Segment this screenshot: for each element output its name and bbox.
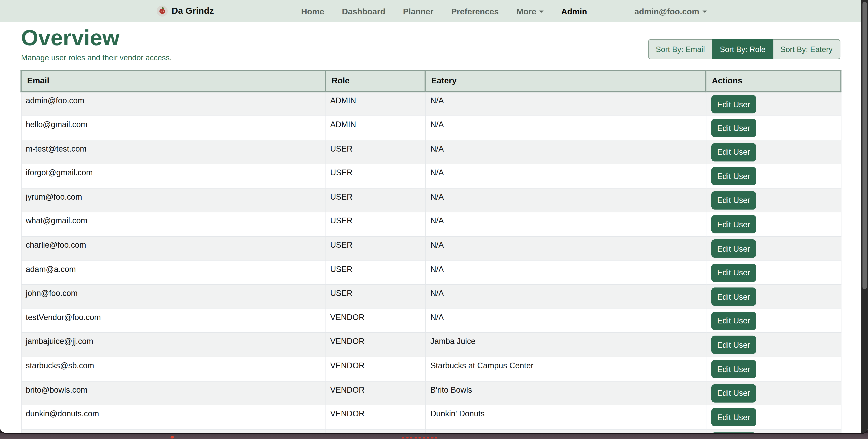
edit-user-button[interactable]: Edit User — [711, 336, 756, 354]
header-eatery: Eatery — [425, 70, 706, 92]
chevron-down-icon — [539, 10, 544, 13]
sort-button-0[interactable]: Sort By: Email — [648, 39, 713, 59]
scrollbar-track[interactable] — [861, 0, 868, 433]
role-cell: ADMIN — [326, 116, 425, 140]
actions-cell: Edit User — [706, 333, 841, 357]
edit-user-button[interactable]: Edit User — [711, 432, 756, 434]
edit-user-button[interactable]: Edit User — [711, 264, 756, 282]
role-cell: USER — [326, 212, 425, 236]
edit-user-button[interactable]: Edit User — [711, 239, 756, 258]
actions-cell: Edit User — [706, 381, 841, 405]
email-cell: jyrum@foo.com — [21, 188, 326, 212]
edit-user-button[interactable]: Edit User — [711, 95, 756, 113]
edit-user-button[interactable]: Edit User — [711, 143, 756, 161]
edit-user-button[interactable]: Edit User — [711, 191, 756, 209]
actions-cell: Edit User — [706, 261, 841, 285]
eatery-cell: N/A — [425, 164, 706, 188]
nav-link-planner[interactable]: Planner — [394, 6, 442, 16]
sort-button-2[interactable]: Sort By: Eatery — [773, 39, 840, 59]
eatery-cell: N/A — [425, 188, 706, 212]
edit-user-button[interactable]: Edit User — [711, 384, 756, 402]
screen: Da Grindz Home Dashboard Planner Prefere… — [0, 0, 868, 439]
actions-cell: Edit User — [706, 140, 841, 164]
email-cell: john@foo.com — [21, 285, 326, 309]
role-cell: VENDOR — [326, 333, 425, 357]
edit-user-button[interactable]: Edit User — [711, 312, 756, 330]
browser-page: Da Grindz Home Dashboard Planner Prefere… — [0, 0, 868, 434]
email-cell: admin@foo.com — [21, 92, 326, 116]
actions-cell: Edit User — [706, 309, 841, 333]
actions-cell: Edit User — [706, 357, 841, 381]
nav-link-preferences[interactable]: Preferences — [442, 6, 507, 16]
page-subtitle: Manage user roles and their vendor acces… — [21, 53, 172, 62]
email-cell: adam@a.com — [21, 261, 326, 285]
table-row: what@gmail.com USER N/A Edit User — [21, 212, 841, 236]
edit-user-button[interactable]: Edit User — [711, 215, 756, 233]
eatery-cell: N/A — [425, 309, 706, 333]
role-cell — [326, 429, 425, 434]
table-row: dunkin@donuts.com VENDOR Dunkin' Donuts … — [21, 405, 841, 429]
users-table: Email Role Eatery Actions admin@foo.com … — [21, 70, 841, 434]
email-cell: brito@bowls.com — [21, 381, 326, 405]
eatery-cell: N/A — [425, 116, 706, 140]
actions-cell: Edit User — [706, 405, 841, 429]
role-cell: USER — [326, 164, 425, 188]
nav-link-dashboard[interactable]: Dashboard — [333, 6, 394, 16]
header-email: Email — [21, 70, 326, 92]
chevron-down-icon — [703, 10, 707, 13]
edit-user-button[interactable]: Edit User — [711, 167, 756, 185]
taskbar-red-dots — [402, 437, 437, 439]
email-cell: testVendor@foo.com — [21, 309, 326, 333]
eatery-cell: N/A — [425, 212, 706, 236]
email-cell: what@gmail.com — [21, 212, 326, 236]
brand[interactable]: Da Grindz — [157, 3, 214, 19]
email-cell: m-test@test.com — [21, 140, 326, 164]
table-row: hello@gmail.com ADMIN N/A Edit User — [21, 116, 841, 140]
table-row: admin@foo.com ADMIN N/A Edit User — [21, 92, 841, 116]
table-row: charlie@foo.com USER N/A Edit User — [21, 236, 841, 261]
role-cell: ADMIN — [326, 92, 425, 116]
nav-link-more[interactable]: More — [507, 6, 552, 16]
email-cell: hello@gmail.com — [21, 116, 326, 140]
taskbar-red-icon — [170, 436, 174, 438]
scrollbar-thumb[interactable] — [862, 2, 867, 289]
table-row: Edit User — [21, 429, 841, 434]
eatery-cell: B'rito Bowls — [425, 381, 706, 405]
page-title: Overview — [21, 27, 120, 48]
navbar: Da Grindz Home Dashboard Planner Prefere… — [0, 0, 868, 22]
actions-cell: Edit User — [706, 212, 841, 236]
actions-cell: Edit User — [706, 429, 841, 434]
sort-button-1[interactable]: Sort By: Role — [712, 39, 773, 59]
eatery-cell: N/A — [425, 236, 706, 261]
edit-user-button[interactable]: Edit User — [711, 288, 756, 306]
table-row: jyrum@foo.com USER N/A Edit User — [21, 188, 841, 212]
nav-link-admin[interactable]: Admin — [553, 6, 596, 16]
sort-button-group: Sort By: Email Sort By: Role Sort By: Ea… — [648, 39, 840, 59]
edit-user-button[interactable]: Edit User — [711, 119, 756, 137]
nav-links: Home Dashboard Planner Preferences More … — [292, 0, 596, 22]
account-dropdown[interactable]: admin@foo.com — [634, 0, 707, 22]
eatery-cell: Starbucks at Campus Center — [425, 357, 706, 381]
role-cell: USER — [326, 236, 425, 261]
actions-cell: Edit User — [706, 116, 841, 140]
email-cell: iforgot@gmail.com — [21, 164, 326, 188]
role-cell: USER — [326, 285, 425, 309]
edit-user-button[interactable]: Edit User — [711, 360, 756, 378]
edit-user-button[interactable]: Edit User — [711, 408, 756, 426]
actions-cell: Edit User — [706, 92, 841, 116]
table-row: starbucks@sb.com VENDOR Starbucks at Cam… — [21, 357, 841, 381]
eatery-cell — [425, 429, 706, 434]
eatery-cell: Jamba Juice — [425, 333, 706, 357]
table-row: testVendor@foo.com VENDOR N/A Edit User — [21, 309, 841, 333]
header-actions: Actions — [706, 70, 841, 92]
role-cell: USER — [326, 140, 425, 164]
role-cell: USER — [326, 261, 425, 285]
nav-link-home[interactable]: Home — [292, 6, 333, 16]
eatery-cell: N/A — [425, 285, 706, 309]
actions-cell: Edit User — [706, 236, 841, 261]
role-cell: USER — [326, 188, 425, 212]
table-row: m-test@test.com USER N/A Edit User — [21, 140, 841, 164]
eatery-cell: N/A — [425, 92, 706, 116]
apple-logo-icon — [157, 5, 167, 16]
actions-cell: Edit User — [706, 188, 841, 212]
